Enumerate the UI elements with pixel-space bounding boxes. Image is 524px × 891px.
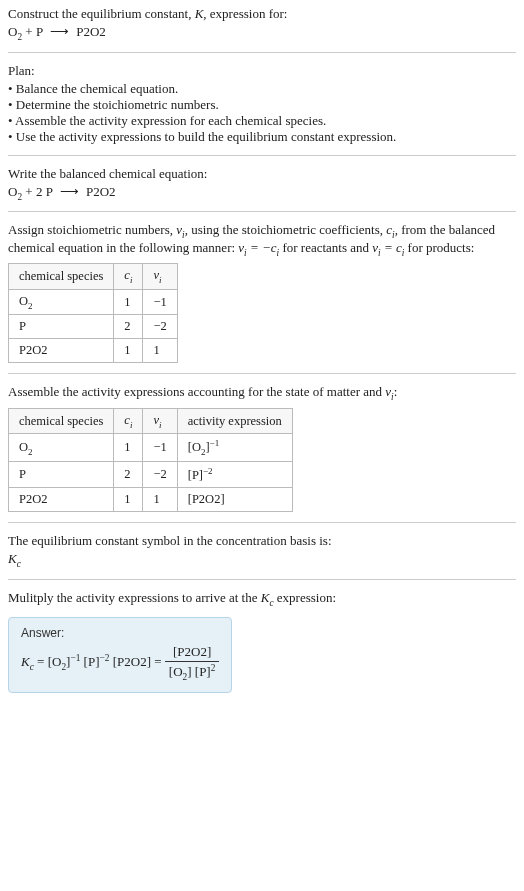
cell-c: 2	[114, 462, 143, 488]
fraction: [P2O2] [O2] [P]2	[165, 644, 220, 682]
K: K	[21, 654, 30, 669]
species-p2o2: P2O2	[76, 24, 106, 39]
species-base: P2O2	[19, 343, 47, 357]
cell-activity: [P2O2]	[177, 488, 292, 512]
table-row: P 2 −2	[9, 315, 178, 339]
cell-activity: [P]−2	[177, 462, 292, 488]
plan-item: Determine the stoichiometric numbers.	[8, 97, 516, 113]
divider	[8, 522, 516, 523]
act-base: [P	[188, 468, 199, 482]
eq: =	[151, 654, 165, 669]
species-base: P	[19, 467, 26, 481]
t-base: [P]	[80, 654, 99, 669]
assemble-text: :	[394, 384, 398, 399]
assemble-block: Assemble the activity expressions accoun…	[8, 384, 516, 512]
plus: +	[22, 184, 36, 199]
cell-nu: −2	[143, 462, 177, 488]
col-nu: νi	[143, 408, 177, 434]
c-i: ci	[386, 222, 394, 237]
act-exp: −1	[210, 438, 220, 448]
table-row: P 2 −2 [P]−2	[9, 462, 293, 488]
sub-i: i	[159, 275, 162, 285]
species-p2o2: P2O2	[86, 184, 116, 199]
answer-label: Answer:	[21, 626, 219, 640]
coef-p: 2	[36, 184, 46, 199]
o2-base: O	[8, 184, 17, 199]
balanced-heading: Write the balanced chemical equation:	[8, 166, 516, 182]
assign-text: for products:	[404, 240, 474, 255]
intro-text: Construct the equilibrium constant,	[8, 6, 195, 21]
col-c: ci	[114, 408, 143, 434]
col-species: chemical species	[9, 408, 114, 434]
cell-nu: −2	[143, 315, 177, 339]
col-nu: νi	[143, 264, 177, 290]
intro-text-b: , expression for:	[203, 6, 287, 21]
col-species: chemical species	[9, 264, 114, 290]
intro-block: Construct the equilibrium constant, K, e…	[8, 6, 516, 42]
term-p: [P]−2	[80, 654, 109, 669]
sub-c: c	[17, 559, 21, 569]
sub-i: i	[159, 419, 162, 429]
assign-block: Assign stoichiometric numbers, νi, using…	[8, 222, 516, 363]
cell-species: O2	[9, 289, 114, 315]
cell-species: P	[9, 315, 114, 339]
act-base: [P2O2]	[188, 492, 225, 506]
fraction-numerator: [P2O2]	[165, 644, 220, 662]
term-p2o2: [P2O2]	[109, 654, 151, 669]
stoich-table: chemical species ci νi O2 1 −1 P 2 −2 P2…	[8, 263, 178, 363]
multiply-block: Mulitply the activity expressions to arr…	[8, 590, 516, 608]
table-header-row: chemical species ci νi	[9, 264, 178, 290]
plan-item: Use the activity expressions to build th…	[8, 129, 516, 145]
basis-symbol: Kc	[8, 551, 516, 569]
nu-i: νi	[176, 222, 184, 237]
species-base: P	[19, 319, 26, 333]
rel-prod: νi = ci	[372, 240, 404, 255]
t-base: [O	[48, 654, 62, 669]
Kc: Kc	[261, 590, 274, 605]
cell-nu: 1	[143, 488, 177, 512]
term-o2: [O2]−1	[48, 654, 81, 669]
cell-nu: −1	[143, 434, 177, 462]
rel-react: νi = −ci	[238, 240, 279, 255]
cell-species: P2O2	[9, 488, 114, 512]
multiply-text: Mulitply the activity expressions to arr…	[8, 590, 261, 605]
divider	[8, 211, 516, 212]
cell-c: 1	[114, 289, 143, 315]
balanced-block: Write the balanced chemical equation: O2…	[8, 166, 516, 202]
species-sub: 2	[28, 300, 33, 310]
balanced-equation: O2 + 2 P ⟶ P2O2	[8, 184, 516, 202]
table-row: P2O2 1 1 [P2O2]	[9, 488, 293, 512]
den-b: [P]	[195, 665, 211, 680]
table-header-row: chemical species ci νi activity expressi…	[9, 408, 293, 434]
sub-i: i	[130, 275, 133, 285]
table-row: O2 1 −1	[9, 289, 178, 315]
eq-neg: = −	[247, 240, 271, 255]
nu-i: νi	[385, 384, 393, 399]
act-exp: −2	[203, 466, 213, 476]
multiply-text: expression:	[274, 590, 336, 605]
cell-nu: 1	[143, 339, 177, 363]
assign-text: , using the stoichiometric coefficients,	[185, 222, 387, 237]
fraction-denominator: [O2] [P]2	[165, 662, 220, 682]
species-p: P	[36, 24, 43, 39]
activity-table: chemical species ci νi activity expressi…	[8, 408, 293, 512]
cell-c: 1	[114, 434, 143, 462]
assemble-text: Assemble the activity expressions accoun…	[8, 384, 385, 399]
species-o2: O2	[8, 24, 22, 39]
cell-nu: −1	[143, 289, 177, 315]
o2-base: O	[8, 24, 17, 39]
t-exp: −1	[70, 653, 80, 663]
divider	[8, 52, 516, 53]
cell-activity: [O2]−1	[177, 434, 292, 462]
plan-item: Assemble the activity expression for eac…	[8, 113, 516, 129]
Kc: Kc	[21, 654, 34, 669]
cell-species: O2	[9, 434, 114, 462]
species-base: P2O2	[19, 492, 47, 506]
species-base: O	[19, 294, 28, 308]
assign-text: Assign stoichiometric numbers,	[8, 222, 176, 237]
plan-heading: Plan:	[8, 63, 516, 79]
species-base: O	[19, 440, 28, 454]
plan-item: Balance the chemical equation.	[8, 81, 516, 97]
cell-species: P2O2	[9, 339, 114, 363]
den-a: [O	[169, 665, 183, 680]
